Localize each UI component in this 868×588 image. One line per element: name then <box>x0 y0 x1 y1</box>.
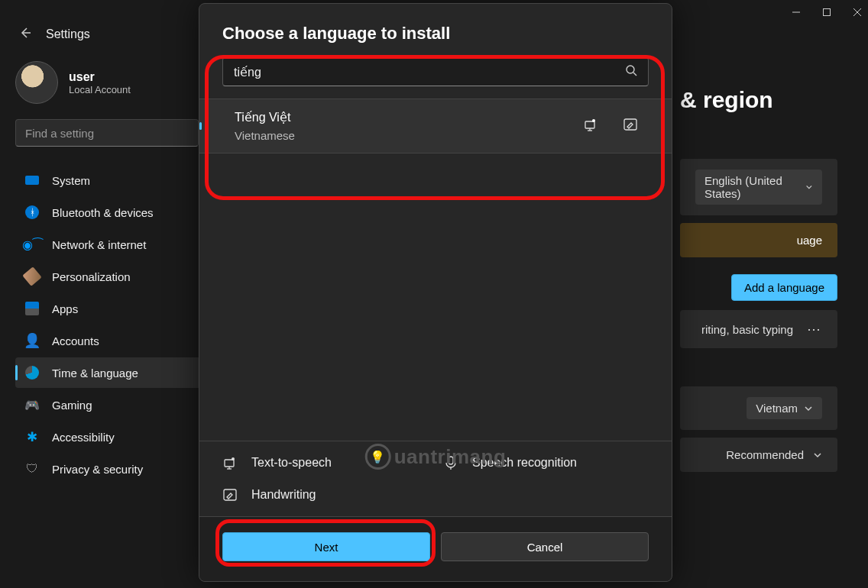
warn-text: uage <box>797 234 822 247</box>
nav-label: Privacy & security <box>52 463 143 476</box>
svg-rect-10 <box>225 460 234 467</box>
regional-value: Recommended <box>726 448 804 461</box>
regional-format-row[interactable]: Recommended <box>680 438 837 472</box>
next-button[interactable]: Next <box>222 532 430 561</box>
back-button[interactable] <box>18 26 32 43</box>
bluetooth-icon: ᚼ <box>25 205 39 219</box>
feature-label: Text-to-speech <box>251 456 332 470</box>
install-language-dialog: Choose a language to install tiếng Tiếng… <box>199 3 672 582</box>
display-language-dropdown[interactable]: English (United States) <box>695 170 822 205</box>
apps-icon <box>25 302 39 315</box>
sidebar: user Local Account Find a setting System… <box>0 49 222 588</box>
minimize-button[interactable] <box>792 8 801 17</box>
shield-icon: 🛡 <box>24 461 40 477</box>
dropdown-value: English (United States) <box>704 174 799 200</box>
nav-label: Apps <box>52 302 78 315</box>
feature-handwriting: Handwriting <box>222 487 428 502</box>
app-title: Settings <box>46 27 90 41</box>
display-icon <box>25 176 39 185</box>
cancel-button[interactable]: Cancel <box>441 532 649 561</box>
user-block[interactable]: user Local Account <box>15 61 215 104</box>
svg-point-8 <box>592 119 595 122</box>
feature-label: Handwriting <box>251 488 316 502</box>
search-value: tiếng <box>234 65 261 79</box>
user-name: user <box>69 70 131 84</box>
chevron-down-icon <box>804 404 813 413</box>
svg-rect-1 <box>824 9 831 16</box>
sidebar-item-personalization[interactable]: Personalization <box>15 261 215 292</box>
svg-line-6 <box>633 73 636 76</box>
handwriting-icon <box>222 487 238 502</box>
svg-point-11 <box>232 457 235 460</box>
text-to-speech-icon <box>222 455 238 470</box>
country-dropdown[interactable]: Vietnam <box>747 397 822 419</box>
search-input[interactable]: Find a setting <box>15 119 199 147</box>
sidebar-item-privacy[interactable]: 🛡Privacy & security <box>15 454 215 484</box>
maximize-button[interactable] <box>822 8 831 17</box>
user-subtitle: Local Account <box>69 84 131 95</box>
svg-point-5 <box>627 66 634 73</box>
nav-label: Gaming <box>52 399 92 412</box>
warning-bar: uage <box>680 223 837 257</box>
brush-icon <box>22 267 41 286</box>
search-placeholder: Find a setting <box>25 127 94 140</box>
sidebar-item-system[interactable]: System <box>15 165 215 195</box>
text-to-speech-icon <box>583 117 598 135</box>
clock-globe-icon <box>25 366 39 380</box>
sidebar-item-bluetooth[interactable]: ᚼBluetooth & devices <box>15 197 215 228</box>
display-language-card[interactable]: English (United States) <box>680 159 837 215</box>
svg-rect-7 <box>585 121 594 128</box>
nav-label: Time & language <box>52 367 138 380</box>
feature-text: riting, basic typing <box>701 323 793 336</box>
sidebar-item-network[interactable]: ◉⁀Network & internet <box>15 229 215 260</box>
add-language-button[interactable]: Add a language <box>731 274 837 301</box>
gamepad-icon: 🎮 <box>24 397 40 412</box>
svg-rect-13 <box>224 489 236 500</box>
sidebar-item-accessibility[interactable]: ✱Accessibility <box>15 422 215 452</box>
result-english-name: Vietnamese <box>235 129 583 142</box>
dropdown-value: Vietnam <box>756 402 798 415</box>
language-item-card[interactable]: riting, basic typing ⋯ <box>680 310 837 348</box>
chevron-down-icon <box>805 183 813 192</box>
nav-label: Personalization <box>52 270 131 283</box>
nav-label: Network & internet <box>52 238 146 251</box>
more-options-button[interactable]: ⋯ <box>807 321 822 338</box>
nav-label: System <box>52 174 90 187</box>
sidebar-item-accounts[interactable]: 👤Accounts <box>15 325 215 356</box>
dialog-title: Choose a language to install <box>199 4 672 57</box>
nav-label: Bluetooth & devices <box>52 206 154 219</box>
result-native-name: Tiếng Việt <box>235 110 583 124</box>
person-icon: 👤 <box>24 333 40 348</box>
country-card[interactable]: Vietnam <box>680 386 837 430</box>
wifi-icon: ◉⁀ <box>24 237 40 252</box>
language-search-input[interactable]: tiếng <box>222 57 649 86</box>
handwriting-icon <box>623 117 638 135</box>
watermark: 💡uantrimang <box>365 444 507 470</box>
sidebar-item-apps[interactable]: Apps <box>15 293 215 324</box>
sidebar-item-time-language[interactable]: Time & language <box>15 357 215 388</box>
avatar <box>15 61 58 104</box>
close-button[interactable] <box>853 8 862 17</box>
chevron-down-icon <box>813 451 822 460</box>
svg-rect-9 <box>624 119 636 130</box>
sidebar-item-gaming[interactable]: 🎮Gaming <box>15 389 215 420</box>
accessibility-icon: ✱ <box>24 429 40 444</box>
nav-label: Accounts <box>52 334 99 347</box>
search-icon <box>625 64 637 79</box>
language-result-vietnamese[interactable]: Tiếng Việt Vietnamese <box>199 99 672 153</box>
nav-label: Accessibility <box>52 431 115 444</box>
